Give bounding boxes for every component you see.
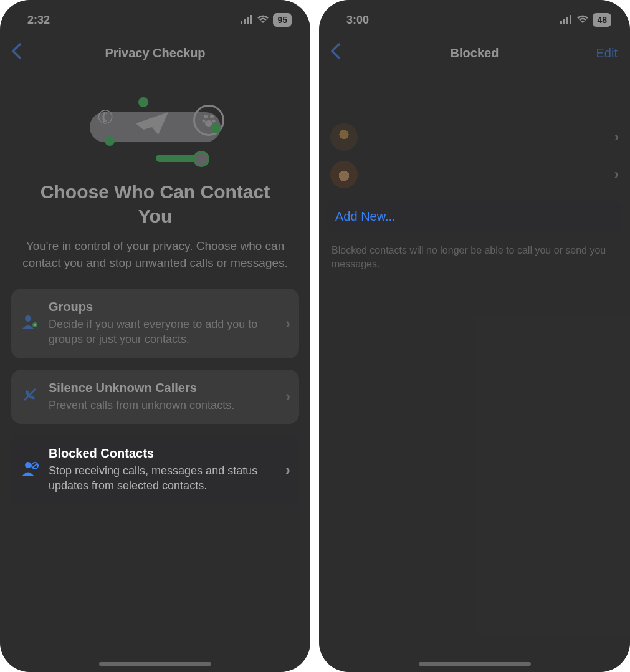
person-block-icon — [20, 461, 40, 479]
status-bar: 2:32 95 — [0, 0, 310, 34]
status-right: 48 — [560, 13, 611, 27]
check-dot-icon — [105, 136, 115, 146]
add-new-button[interactable]: Add New... — [327, 201, 623, 233]
hero-section: ✆ Choose Who Can Contact You You're in c… — [0, 69, 310, 271]
option-blocked-contacts[interactable]: Blocked Contacts Stop receiving calls, m… — [11, 435, 299, 505]
svg-rect-17 — [566, 17, 568, 24]
svg-rect-18 — [570, 15, 571, 24]
svg-rect-2 — [247, 17, 249, 24]
svg-point-9 — [25, 315, 31, 322]
nav-bar: Blocked Edit — [319, 37, 630, 69]
svg-rect-0 — [241, 21, 242, 24]
screen-privacy-checkup: 2:32 95 Privacy Checkup ✆ — [0, 0, 310, 672]
svg-rect-15 — [560, 21, 562, 24]
footer-text: Blocked contacts will no longer be able … — [319, 233, 630, 272]
avatar — [330, 161, 358, 188]
check-dot-icon — [138, 97, 148, 107]
option-groups[interactable]: Groups Decide if you want everyone to ad… — [11, 289, 299, 358]
nav-bar: Privacy Checkup — [0, 37, 310, 69]
svg-point-5 — [210, 115, 214, 118]
svg-point-12 — [25, 462, 31, 468]
blocked-contact-row[interactable]: › — [319, 118, 630, 156]
back-button[interactable] — [330, 42, 340, 64]
edit-button[interactable]: Edit — [596, 46, 618, 60]
nav-title: Privacy Checkup — [105, 46, 205, 60]
chevron-right-icon: › — [285, 388, 290, 405]
home-indicator[interactable] — [419, 662, 531, 666]
svg-point-4 — [204, 115, 208, 118]
status-time: 2:32 — [27, 14, 50, 27]
wifi-icon — [576, 14, 589, 27]
hero-subtext: You're in control of your privacy. Choos… — [17, 238, 293, 271]
option-title: Groups — [49, 300, 277, 314]
svg-rect-1 — [244, 19, 246, 24]
option-silence-unknown[interactable]: Silence Unknown Callers Prevent calls fr… — [11, 370, 299, 424]
nav-title: Blocked — [451, 46, 499, 60]
svg-line-14 — [32, 464, 37, 468]
back-button[interactable] — [11, 42, 21, 64]
home-indicator[interactable] — [99, 662, 211, 666]
phone-slash-icon — [20, 387, 40, 406]
option-desc: Decide if you want everyone to add you t… — [49, 317, 277, 347]
status-right: 95 — [241, 13, 292, 27]
paper-plane-icon — [135, 110, 169, 137]
chevron-right-icon: › — [285, 461, 290, 479]
options-list: Groups Decide if you want everyone to ad… — [0, 271, 310, 504]
svg-point-6 — [203, 120, 206, 123]
svg-point-7 — [212, 120, 216, 123]
svg-rect-3 — [250, 15, 252, 24]
screen-blocked: 3:00 48 Blocked Edit › › Add New. — [319, 0, 630, 672]
wifi-icon — [257, 14, 269, 27]
status-time: 3:00 — [346, 14, 369, 27]
battery-badge: 95 — [273, 13, 292, 27]
chevron-right-icon: › — [614, 129, 619, 145]
blocked-contacts-list: › › — [319, 118, 630, 193]
cellular-icon — [560, 14, 573, 27]
hero-heading: Choose Who Can Contact You — [24, 180, 287, 228]
cellular-icon — [241, 14, 253, 27]
option-title: Silence Unknown Callers — [49, 381, 277, 395]
chevron-right-icon: › — [614, 166, 619, 183]
slider-knob-icon — [193, 151, 209, 167]
blocked-contact-row[interactable]: › — [319, 156, 630, 193]
battery-badge: 48 — [593, 13, 611, 27]
check-dot-icon — [211, 123, 221, 133]
svg-rect-16 — [563, 19, 565, 24]
option-desc: Stop receiving calls, messages and statu… — [49, 463, 277, 494]
option-desc: Prevent calls from unknown contacts. — [49, 398, 277, 413]
hero-illustration: ✆ — [90, 94, 221, 162]
status-bar: 3:00 48 — [319, 0, 630, 34]
avatar — [330, 123, 358, 151]
person-add-icon — [20, 315, 40, 332]
chevron-right-icon: › — [285, 315, 290, 332]
option-title: Blocked Contacts — [49, 446, 277, 461]
